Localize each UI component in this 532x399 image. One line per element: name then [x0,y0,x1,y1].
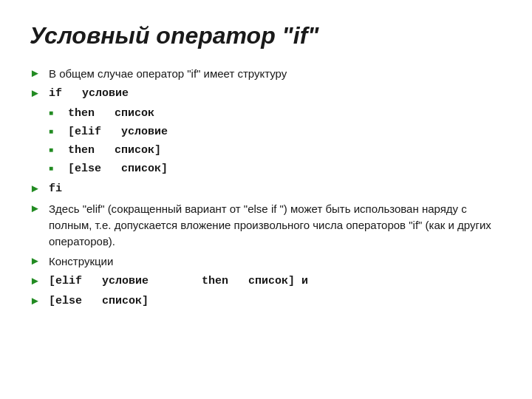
bullet-fi: ► fi [30,181,502,197]
arrow-icon-else-line: ► [30,294,43,307]
bullet-fi-text: fi [49,181,62,197]
square-icon-3: ■ [49,146,62,154]
bullet-elif-line-text: [elif условие then список] и [49,273,308,289]
content-area: ► В общем случае оператор "if" имеет стр… [30,66,502,309]
bullet-elif-line: ► [elif условие then список] и [30,273,502,289]
sub-list: ■ then список ■ [elif условие ■ then спи… [49,106,502,177]
sub-item-3: ■ then список] [49,143,502,158]
sub-item-2-text: [elif условие [68,124,168,140]
square-icon-4: ■ [49,164,62,172]
arrow-icon-constr: ► [30,254,43,267]
sub-item-2: ■ [elif условие [49,124,502,140]
bullet-else-line: ► [else список] [30,293,502,309]
bullet-1-text: В общем случае оператор "if" имеет струк… [49,66,287,81]
square-icon-1: ■ [49,109,62,117]
arrow-icon-fi: ► [30,182,43,194]
arrow-icon-1: ► [30,66,43,79]
slide-title: Условный оператор "if" [30,22,502,50]
sub-item-1-text: then список [68,106,154,121]
arrow-icon-2: ► [30,86,43,99]
slide: Условный оператор "if" ► В общем случае … [0,0,532,399]
bullet-constr-text: Конструкции [49,253,113,269]
bullet-2-text: if условие [49,86,129,101]
sub-item-3-text: then список] [68,143,161,158]
square-icon-2: ■ [49,127,62,135]
bullet-2: ► if условие [30,86,502,101]
sub-item-4: ■ [else список] [49,161,502,177]
sub-item-4-text: [else список] [68,161,168,177]
bullet-else-line-text: [else список] [49,293,149,309]
bullet-constr: ► Конструкции [30,253,502,269]
arrow-icon-elif: ► [30,202,43,214]
arrow-icon-elif-line: ► [30,274,43,287]
sub-item-1: ■ then список [49,106,502,121]
bullet-1: ► В общем случае оператор "if" имеет стр… [30,66,502,81]
bullet-elif-text: Здесь "elif" (сокращенный вариант от "el… [49,201,502,249]
bullet-elif-desc: ► Здесь "elif" (сокращенный вариант от "… [30,201,502,249]
